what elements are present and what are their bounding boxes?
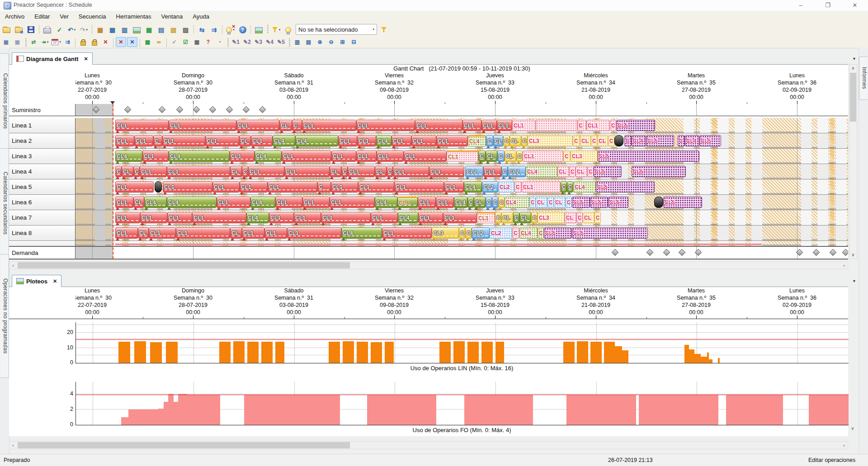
- gantt-bar[interactable]: C: [624, 135, 632, 146]
- gantt-bar[interactable]: CL1: [436, 197, 454, 208]
- gantt-bar[interactable]: CL: [230, 227, 242, 239]
- gantt-bar[interactable]: CL1: [481, 120, 497, 131]
- row-label-suministro[interactable]: Suministro: [9, 104, 75, 116]
- menu-item-editar[interactable]: Editar: [29, 11, 55, 23]
- gantt-bar[interactable]: C: [678, 135, 685, 146]
- demand-marker-icon[interactable]: [612, 249, 619, 256]
- scroll-left-icon[interactable]: ‹: [9, 442, 17, 449]
- gantt-bar[interactable]: C: [495, 212, 501, 223]
- sidebar-tab-operaciones-no-programadas[interactable]: Operaciones no programadas: [0, 254, 9, 378]
- plots-hscrollbar-thumb[interactable]: [18, 442, 350, 448]
- gantt-bar[interactable]: CL1: [115, 120, 169, 131]
- gantt-bar[interactable]: CL: [565, 212, 576, 223]
- gantt-bar[interactable]: CL1: [321, 212, 371, 223]
- gantt-bar[interactable]: CL1: [140, 166, 167, 177]
- gantt-bar[interactable]: CL1: [294, 212, 321, 223]
- pen-filter-4-icon[interactable]: ✎4: [264, 37, 275, 47]
- gantt-bar[interactable]: CL4: [144, 197, 167, 208]
- gantt-bar[interactable]: CL5: [596, 181, 655, 193]
- gantt-bar[interactable]: CL2: [508, 166, 526, 177]
- gantt-vscrollbar[interactable]: ∧ ∨: [849, 64, 857, 259]
- menu-item-herramientas[interactable]: Herramientas: [111, 11, 156, 23]
- gantt-bar[interactable]: CL: [493, 135, 503, 146]
- sidebar-tab-calendarios-primarios[interactable]: Calendarios primarios: [0, 53, 9, 149]
- gantt-bar[interactable]: CL1: [251, 135, 273, 146]
- zoom-out-icon[interactable]: ⊖: [326, 37, 336, 47]
- open-icon[interactable]: [1, 24, 12, 35]
- gantt-bar[interactable]: CL4: [341, 227, 382, 239]
- gantt-bar[interactable]: C: [459, 227, 465, 239]
- gantt-bar[interactable]: CL1: [331, 181, 358, 193]
- gantt-bar[interactable]: C: [529, 197, 536, 208]
- row-label-linea-8[interactable]: Linea 8: [9, 226, 75, 240]
- gantt-bar[interactable]: CL1: [302, 197, 330, 208]
- gantt-bar[interactable]: C: [497, 151, 505, 162]
- gantt-bar[interactable]: C: [115, 166, 122, 177]
- gantt-bar[interactable]: CL5: [663, 197, 702, 208]
- gantt-bar[interactable]: C: [566, 197, 572, 208]
- plots-pane-dropdown-icon[interactable]: ▾: [853, 278, 855, 283]
- gantt-bar[interactable]: C: [538, 227, 544, 239]
- lock-all-icon[interactable]: [89, 37, 99, 47]
- gantt-bar[interactable]: C: [514, 181, 522, 193]
- pen-filter-5-icon[interactable]: ✎5: [276, 37, 286, 47]
- gantt-bar[interactable]: CL1: [302, 120, 356, 131]
- gantt-bar[interactable]: CL4: [250, 197, 275, 208]
- gantt-bar[interactable]: CL1: [393, 166, 429, 177]
- supply-marker-icon[interactable]: [159, 106, 166, 113]
- gantt-bar[interactable]: CL2: [472, 227, 490, 239]
- gantt-bar[interactable]: CL5: [572, 197, 590, 208]
- gantt-bar[interactable]: CL4: [375, 197, 397, 208]
- gantt-bar[interactable]: C: [153, 135, 162, 146]
- gantt-bar[interactable]: CL1: [167, 212, 192, 223]
- gantt-bar[interactable]: CL: [597, 135, 608, 146]
- row-label-linea-4[interactable]: Linea 4: [9, 164, 75, 179]
- gantt-bar[interactable]: CL1: [331, 151, 356, 162]
- gantt-bar[interactable]: CL1: [330, 197, 375, 208]
- supply-marker-icon[interactable]: [226, 106, 233, 113]
- gantt-bar[interactable]: C: [521, 135, 528, 146]
- reports-view-icon[interactable]: ▧: [168, 24, 179, 35]
- demand-marker-icon[interactable]: [842, 249, 848, 256]
- gantt-bar[interactable]: CL: [122, 166, 133, 177]
- gantt-hscrollbar[interactable]: ‹ ›: [9, 261, 848, 269]
- gantt-bar[interactable]: CL1: [192, 212, 246, 223]
- gantt-bar[interactable]: CL5: [544, 227, 572, 239]
- gantt-bar[interactable]: C: [608, 135, 614, 146]
- unschedule-after-icon[interactable]: ✕: [127, 37, 137, 47]
- gantt-bar[interactable]: C: [567, 181, 573, 193]
- gantt-bar[interactable]: CL1: [443, 212, 477, 223]
- gantt-bar[interactable]: CL: [580, 135, 591, 146]
- gantt-bar[interactable]: CL1: [447, 151, 478, 162]
- gantt-bar[interactable]: C: [465, 227, 472, 239]
- gantt-bar[interactable]: C: [561, 181, 567, 193]
- sidebar-tab-informes[interactable]: Informes: [859, 56, 868, 100]
- resequence-icon[interactable]: ⇄: [28, 37, 39, 47]
- row-label-linea-2[interactable]: Linea 2: [9, 133, 75, 148]
- row-label-linea-3[interactable]: Linea 3: [9, 149, 75, 164]
- apply-filter-icon[interactable]: [378, 24, 389, 35]
- gantt-bar[interactable]: CL1: [287, 227, 341, 239]
- menu-item-secuencia[interactable]: Secuencia: [74, 11, 111, 23]
- gantt-bar[interactable]: CL4: [167, 197, 217, 208]
- gantt-bar[interactable]: CL1: [134, 135, 153, 146]
- gantt-bar[interactable]: CL5: [616, 120, 655, 131]
- menu-item-archivo[interactable]: Archivo: [0, 11, 29, 23]
- gantt-bar[interactable]: C: [133, 166, 140, 177]
- snapshot-icon[interactable]: [253, 24, 264, 35]
- gantt-bar[interactable]: CL1: [264, 227, 287, 239]
- gantt-bar[interactable]: CL5: [594, 166, 622, 177]
- row-label-linea-6[interactable]: Linea 6: [9, 195, 75, 210]
- gantt-bar[interactable]: C: [467, 197, 474, 208]
- tab-diagrama-de-gantt[interactable]: Diagrama de Gantt ✕: [12, 52, 93, 65]
- gantt-pane-dropdown-icon[interactable]: ▾: [853, 56, 855, 61]
- gantt-bar[interactable]: CL: [557, 166, 569, 177]
- gantt-bar[interactable]: CL: [133, 197, 144, 208]
- supply-marker-icon[interactable]: [193, 106, 200, 113]
- gantt-bar[interactable]: C: [516, 151, 523, 162]
- gantt-bar[interactable]: CL1: [394, 181, 444, 193]
- gantt-bar[interactable]: CL1: [142, 151, 169, 162]
- gantt-bar[interactable]: C: [292, 120, 302, 131]
- unschedule-icon[interactable]: ✕: [100, 37, 111, 47]
- gantt-bar[interactable]: C: [576, 212, 583, 223]
